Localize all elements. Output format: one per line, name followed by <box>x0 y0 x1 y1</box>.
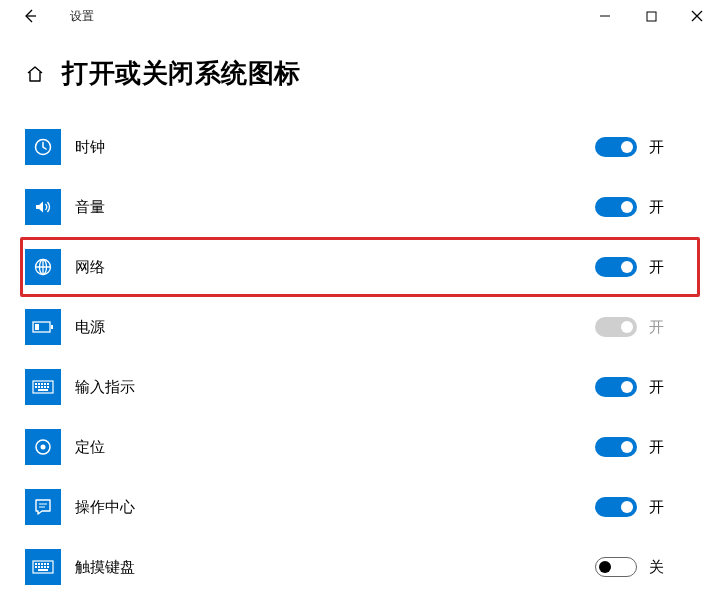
row-label: 触摸键盘 <box>75 558 135 577</box>
toggle-wrap: 开 <box>595 377 695 397</box>
row-label: 电源 <box>75 318 105 337</box>
row-clock: 时钟 开 <box>20 117 700 177</box>
battery-icon <box>32 320 54 334</box>
system-icons-list: 时钟 开 音量 开 网络 开 电源 <box>0 99 720 597</box>
svg-rect-0 <box>647 12 656 21</box>
svg-rect-14 <box>38 386 40 388</box>
svg-rect-23 <box>38 563 40 565</box>
row-label: 输入指示 <box>75 378 135 397</box>
row-label: 定位 <box>75 438 105 457</box>
action-center-tile <box>25 489 61 525</box>
window-controls <box>582 0 720 32</box>
maximize-icon <box>646 11 657 22</box>
toggle-wrap: 开 <box>595 437 695 457</box>
row-power: 电源 开 <box>20 297 700 357</box>
svg-rect-8 <box>35 383 37 385</box>
back-button[interactable] <box>18 4 42 28</box>
state-label: 关 <box>649 558 673 577</box>
volume-icon <box>33 197 53 217</box>
svg-rect-9 <box>38 383 40 385</box>
arrow-left-icon <box>22 8 38 24</box>
clock-icon <box>33 137 53 157</box>
power-toggle <box>595 317 637 337</box>
row-input: 输入指示 开 <box>20 357 700 417</box>
svg-rect-24 <box>41 563 43 565</box>
title-bar: 设置 <box>0 0 720 32</box>
svg-rect-18 <box>38 389 48 391</box>
minimize-icon <box>599 10 611 22</box>
svg-rect-12 <box>47 383 49 385</box>
svg-rect-10 <box>41 383 43 385</box>
svg-rect-27 <box>35 566 37 568</box>
home-button[interactable] <box>24 63 46 85</box>
svg-rect-32 <box>38 569 48 571</box>
input-tile <box>25 369 61 405</box>
clock-tile <box>25 129 61 165</box>
toggle-wrap: 开 <box>595 257 695 277</box>
row-touch-keyboard: 触摸键盘 关 <box>20 537 700 597</box>
maximize-button[interactable] <box>628 0 674 32</box>
row-location: 定位 开 <box>20 417 700 477</box>
page-title: 打开或关闭系统图标 <box>62 56 301 91</box>
svg-rect-5 <box>51 325 53 329</box>
state-label: 开 <box>649 198 673 217</box>
svg-rect-13 <box>35 386 37 388</box>
location-icon <box>33 437 53 457</box>
close-button[interactable] <box>674 0 720 32</box>
location-tile <box>25 429 61 465</box>
toggle-wrap: 开 <box>595 497 695 517</box>
touch-keyboard-icon <box>32 560 54 574</box>
svg-rect-31 <box>47 566 49 568</box>
app-title: 设置 <box>70 8 94 25</box>
row-label: 网络 <box>75 258 105 277</box>
row-network: 网络 开 <box>20 237 700 297</box>
close-icon <box>691 10 703 22</box>
svg-rect-6 <box>35 324 39 330</box>
svg-rect-26 <box>47 563 49 565</box>
state-label: 开 <box>649 378 673 397</box>
title-bar-left: 设置 <box>0 4 94 28</box>
toggle-wrap: 开 <box>595 317 695 337</box>
svg-rect-28 <box>38 566 40 568</box>
row-label: 时钟 <box>75 138 105 157</box>
svg-rect-29 <box>41 566 43 568</box>
state-label: 开 <box>649 438 673 457</box>
svg-rect-16 <box>44 386 46 388</box>
location-toggle[interactable] <box>595 437 637 457</box>
keyboard-icon <box>32 380 54 394</box>
action-center-icon <box>33 497 53 517</box>
touch-keyboard-toggle[interactable] <box>595 557 637 577</box>
state-label: 开 <box>649 138 673 157</box>
toggle-wrap: 开 <box>595 197 695 217</box>
state-label: 开 <box>649 258 673 277</box>
minimize-button[interactable] <box>582 0 628 32</box>
globe-icon <box>33 257 53 277</box>
row-action-center: 操作中心 开 <box>20 477 700 537</box>
touch-keyboard-tile <box>25 549 61 585</box>
svg-rect-11 <box>44 383 46 385</box>
clock-toggle[interactable] <box>595 137 637 157</box>
svg-rect-22 <box>35 563 37 565</box>
network-tile <box>25 249 61 285</box>
input-toggle[interactable] <box>595 377 637 397</box>
volume-tile <box>25 189 61 225</box>
toggle-wrap: 关 <box>595 557 695 577</box>
row-volume: 音量 开 <box>20 177 700 237</box>
action-center-toggle[interactable] <box>595 497 637 517</box>
row-label: 音量 <box>75 198 105 217</box>
row-label: 操作中心 <box>75 498 135 517</box>
state-label: 开 <box>649 498 673 517</box>
svg-rect-30 <box>44 566 46 568</box>
svg-point-20 <box>41 445 46 450</box>
network-toggle[interactable] <box>595 257 637 277</box>
svg-rect-15 <box>41 386 43 388</box>
toggle-wrap: 开 <box>595 137 695 157</box>
page-header: 打开或关闭系统图标 <box>0 32 720 99</box>
state-label: 开 <box>649 318 673 337</box>
volume-toggle[interactable] <box>595 197 637 217</box>
svg-rect-25 <box>44 563 46 565</box>
home-icon <box>25 64 45 84</box>
power-tile <box>25 309 61 345</box>
svg-rect-17 <box>47 386 49 388</box>
